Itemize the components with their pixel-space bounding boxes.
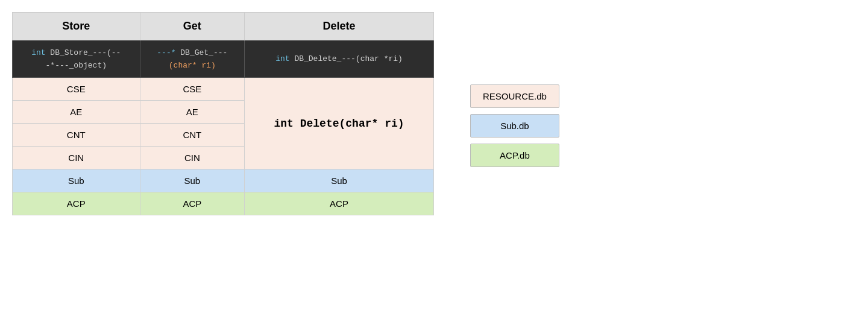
get-fn-name: DB_Get_--- [176,48,228,57]
sub-db-box: Sub.db [470,114,559,138]
store-cse: CSE [13,78,140,101]
get-code-header: ---* DB_Get_---(char* ri) [140,40,244,78]
col-header-store: Store [13,13,140,40]
table-row-sub: Sub Sub Sub [13,170,434,192]
store-acp: ACP [13,192,140,215]
get-ret-keyword: ---* [157,48,175,57]
main-layout: Store Get Delete int DB_Store_---(---*--… [12,12,559,215]
table-row-acp: ACP ACP ACP [13,192,434,215]
resource-db-box: RESOURCE.db [470,84,559,108]
get-cin: CIN [140,147,244,170]
get-acp: ACP [140,192,244,215]
col-header-delete: Delete [245,13,434,40]
store-int-keyword: int [31,48,45,57]
store-cin: CIN [13,147,140,170]
get-sub: Sub [140,170,244,192]
store-fn-name: DB_Store_---(---*---_object) [46,48,121,70]
delete-sub: Sub [245,170,434,192]
legend-panel: RESOURCE.db Sub.db ACP.db [470,84,559,167]
get-cse: CSE [140,78,244,101]
delete-code-header: int DB_Delete_---(char *ri) [245,40,434,78]
get-cnt: CNT [140,124,244,147]
main-table: Store Get Delete int DB_Store_---(---*--… [12,12,434,215]
acp-db-box: ACP.db [470,144,559,167]
delete-fn-name: DB_Delete_---(char *ri) [290,54,403,63]
store-code-header: int DB_Store_---(---*---_object) [13,40,140,78]
col-header-get: Get [140,13,244,40]
store-cnt: CNT [13,124,140,147]
table-row: CSE CSE int Delete(char* ri) [13,78,434,101]
delete-merged-cell: int Delete(char* ri) [245,78,434,170]
delete-acp: ACP [245,192,434,215]
get-param: (char* ri) [169,61,216,70]
store-ae: AE [13,101,140,124]
store-sub: Sub [13,170,140,192]
delete-int-keyword: int [275,54,289,63]
get-ae: AE [140,101,244,124]
